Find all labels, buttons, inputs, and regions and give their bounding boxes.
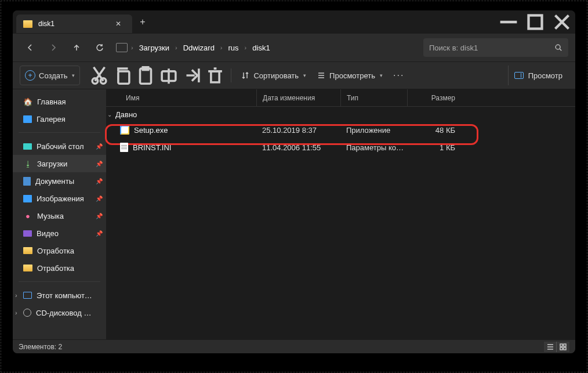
group-label: Давно: [115, 110, 137, 119]
this-pc-icon[interactable]: [116, 43, 128, 52]
search-placeholder: Поиск в: disk1: [429, 44, 478, 52]
crumb[interactable]: Ddwizard: [181, 41, 217, 55]
navbar: › Загрузки › Ddwizard › rus › disk1 Поис…: [13, 34, 575, 61]
sidebar-item-cd-drive[interactable]: CD-дисковод (D:): [13, 304, 106, 321]
column-headers: Имя Дата изменения Тип Размер: [106, 89, 575, 107]
view-label: Просмотреть: [329, 71, 375, 80]
sidebar-item-this-pc[interactable]: Этот компьютер: [13, 287, 106, 304]
pin-icon: 📌: [96, 161, 103, 167]
pin-icon: 📌: [96, 213, 103, 219]
more-button[interactable]: ···: [389, 66, 409, 85]
file-list: Имя Дата изменения Тип Размер ⌄ Давно Se…: [106, 89, 575, 339]
paste-button[interactable]: [135, 66, 157, 85]
svg-rect-15: [211, 71, 219, 82]
pin-icon: 📌: [96, 143, 103, 150]
chevron-down-icon: ▾: [303, 73, 306, 78]
breadcrumb[interactable]: › Загрузки › Ddwizard › rus › disk1: [116, 41, 421, 55]
refresh-button[interactable]: [89, 37, 110, 58]
file-date: 11.04.2006 11:55: [256, 143, 340, 152]
sidebar-item-folder-2[interactable]: Отработка: [13, 259, 106, 277]
chevron-right-icon[interactable]: ›: [173, 44, 180, 51]
video-icon: [23, 230, 32, 237]
crumb[interactable]: disk1: [250, 41, 272, 55]
svg-rect-27: [564, 347, 566, 350]
svg-rect-1: [529, 16, 542, 29]
sidebar-item-pictures[interactable]: Изображения📌: [13, 190, 106, 207]
column-name[interactable]: Имя: [120, 89, 256, 106]
status-bar: Элементов: 2: [13, 339, 575, 353]
create-button[interactable]: + Создать ▾: [20, 66, 80, 85]
file-name: BRINST.INI: [133, 143, 171, 152]
file-type: Параметры конф...: [340, 143, 407, 152]
rename-button[interactable]: [158, 66, 180, 85]
folder-icon: [23, 265, 32, 271]
copy-button[interactable]: [111, 66, 133, 85]
music-icon: ●: [23, 211, 32, 220]
chevron-right-icon[interactable]: ›: [218, 44, 225, 51]
search-input[interactable]: Поиск в: disk1: [423, 38, 568, 57]
pin-icon: 📌: [96, 195, 103, 202]
sidebar-item-music[interactable]: ●Музыка📌: [13, 207, 106, 224]
preview-label: Просмотр: [528, 71, 562, 80]
plus-icon: +: [25, 70, 35, 81]
file-name: Setup.exe: [134, 126, 168, 135]
crumb[interactable]: Загрузки: [137, 41, 172, 55]
pc-icon: [23, 292, 32, 299]
file-type: Приложение: [340, 126, 407, 135]
view-icon: [317, 71, 326, 80]
view-button[interactable]: Просмотреть ▾: [312, 66, 387, 85]
chevron-right-icon[interactable]: ›: [129, 44, 136, 51]
up-button[interactable]: [66, 37, 87, 58]
chevron-down-icon: ⌄: [107, 111, 112, 118]
column-date[interactable]: Дата изменения: [256, 89, 340, 106]
minimize-button[interactable]: [495, 10, 522, 34]
svg-rect-10: [118, 71, 129, 84]
maximize-button[interactable]: [522, 10, 549, 34]
sort-label: Сортировать: [253, 71, 299, 80]
close-tab-icon[interactable]: ✕: [111, 20, 125, 28]
sort-button[interactable]: Сортировать ▾: [236, 66, 311, 85]
crumb[interactable]: rus: [226, 41, 241, 55]
close-window-button[interactable]: [549, 10, 575, 34]
file-row[interactable]: BRINST.INI 11.04.2006 11:55 Параметры ко…: [106, 139, 575, 156]
file-size: 48 КБ: [407, 126, 462, 135]
pin-icon: 📌: [96, 178, 103, 184]
create-label: Создать: [39, 71, 67, 80]
column-type[interactable]: Тип: [340, 89, 407, 106]
disc-icon: [23, 309, 31, 317]
file-date: 25.10.2019 8:37: [256, 126, 340, 135]
sidebar-item-videos[interactable]: Видео📌: [13, 224, 106, 242]
thumbnails-view-button[interactable]: [557, 342, 569, 352]
share-button[interactable]: [181, 66, 203, 85]
preview-pane-button[interactable]: Просмотр: [508, 66, 568, 85]
titlebar: disk1 ✕ +: [13, 10, 575, 34]
sidebar-item-documents[interactable]: Документы📌: [13, 172, 106, 190]
back-button[interactable]: [20, 37, 41, 58]
svg-line-5: [560, 49, 561, 50]
file-explorer-window: disk1 ✕ + › Загрузки › Ddwizard › rus › …: [13, 10, 575, 353]
sidebar-item-gallery[interactable]: Галерея: [13, 110, 106, 128]
chevron-down-icon: ▾: [380, 73, 383, 78]
folder-icon: [23, 247, 32, 254]
new-tab-button[interactable]: +: [132, 17, 153, 27]
file-size: 1 КБ: [407, 143, 462, 152]
toolbar: + Создать ▾ Сортировать ▾ Просмотреть ▾ …: [13, 61, 575, 89]
cut-button[interactable]: [88, 66, 110, 85]
pin-icon: 📌: [96, 230, 103, 237]
file-row[interactable]: Setup.exe 25.10.2019 8:37 Приложение 48 …: [106, 121, 575, 139]
forward-button[interactable]: [43, 37, 64, 58]
tab[interactable]: disk1 ✕: [16, 15, 132, 33]
chevron-right-icon[interactable]: ›: [242, 44, 249, 51]
column-size[interactable]: Размер: [407, 89, 462, 106]
sidebar-item-downloads[interactable]: ⭳Загрузки📌: [13, 155, 106, 172]
sidebar-item-home[interactable]: 🏠Главная: [13, 93, 106, 110]
delete-button[interactable]: [204, 66, 226, 85]
search-icon: [554, 44, 562, 52]
sidebar-item-desktop[interactable]: Рабочий стол📌: [13, 137, 106, 155]
sidebar-item-folder-1[interactable]: Отработка: [13, 242, 106, 259]
item-count: Элементов: 2: [19, 343, 62, 351]
home-icon: 🏠: [23, 97, 32, 106]
sidebar: 🏠Главная Галерея Рабочий стол📌 ⭳Загрузки…: [13, 89, 106, 339]
group-header[interactable]: ⌄ Давно: [106, 107, 575, 121]
details-view-button[interactable]: [544, 342, 557, 352]
